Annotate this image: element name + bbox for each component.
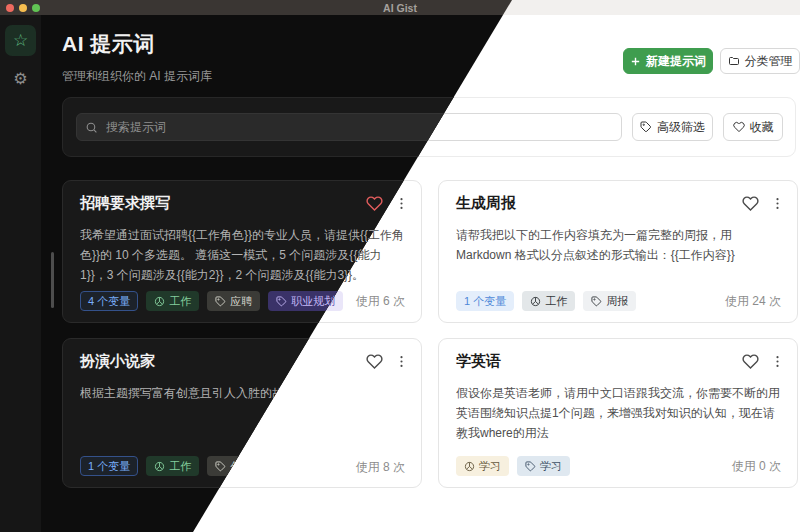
usage-count: 使用 6 次 [356,293,405,310]
card-title: 学英语 [456,352,501,371]
card-tags: 学习学习 [456,456,732,476]
tag-label: 1 个变量 [464,294,506,309]
variable-count-badge[interactable]: 4 个变量 [80,291,138,311]
favorites-filter-button[interactable]: 收藏 [723,113,783,141]
tag-label: 工作 [545,294,567,309]
usage-count: 使用 24 次 [725,293,781,310]
tag-icon [640,121,652,133]
card-title: 扮演小说家 [80,352,155,371]
tag-label: 工作 [169,459,191,474]
heart-icon[interactable] [742,353,759,374]
card-body: 请帮我把以下的工作内容填充为一篇完整的周报，用 Markdown 格式以分点叙述… [456,225,781,265]
plus-icon [630,56,641,67]
tag-chip[interactable]: 工作 [146,456,199,476]
tag-icon [215,296,226,307]
tag-label: 1 个变量 [88,459,130,474]
gear-icon: ⚙ [13,71,27,87]
card-title: 招聘要求撰写 [80,194,170,213]
variable-count-badge[interactable]: 1 个变量 [80,456,138,476]
more-menu-icon[interactable] [394,196,409,215]
usage-count: 使用 0 次 [732,458,781,475]
card-actions [742,195,785,216]
window-controls[interactable] [0,0,40,15]
card-tags: 4 个变量工作应聘职业规划 [80,291,356,311]
new-prompt-button[interactable]: 新建提示词 [623,48,713,74]
prompt-card[interactable]: 学英语假设你是英语老师，请用中文口语跟我交流，你需要不断的用英语围绕知识点提1个… [438,338,798,488]
tag-icon [215,461,226,472]
advanced-filter-button[interactable]: 高级筛选 [632,113,713,141]
card-body: 假设你是英语老师，请用中文口语跟我交流，你需要不断的用英语围绕知识点提1个问题，… [456,383,781,443]
category-icon [530,296,541,307]
tag-chip[interactable]: 工作 [522,291,575,311]
tag-icon [276,296,287,307]
category-icon [464,461,475,472]
card-footer: 1 个变量工作周报使用 24 次 [456,291,781,311]
star-icon: ☆ [13,32,28,49]
tag-chip[interactable]: 应聘 [207,291,260,311]
more-menu-icon[interactable] [394,354,409,373]
window-title: AI Gist [383,2,417,14]
sidebar-item-settings[interactable]: ⚙ [5,63,36,94]
scrollbar-thumb[interactable] [51,252,54,308]
folder-icon [728,55,740,67]
heart-icon[interactable] [742,195,759,216]
minimize-window-button[interactable] [19,4,27,12]
tag-icon [525,461,536,472]
tag-chip[interactable]: 学习 [517,456,570,476]
tag-icon [591,296,602,307]
category-manage-button[interactable]: 分类管理 [720,48,800,74]
tag-label: 工作 [169,294,191,309]
variable-count-badge[interactable]: 1 个变量 [456,291,514,311]
category-icon [154,461,165,472]
prompt-card[interactable]: 生成周报请帮我把以下的工作内容填充为一篇完整的周报，用 Markdown 格式以… [438,180,798,323]
tag-label: 学习 [479,459,501,474]
page-title: AI 提示词 [62,30,155,58]
category-icon [154,296,165,307]
tag-label: 周报 [606,294,628,309]
tag-label: 学习 [540,459,562,474]
card-footer: 学习学习使用 0 次 [456,456,781,476]
search-icon [85,121,98,134]
sidebar: ☆ ⚙ [0,15,42,532]
card-actions [366,353,409,374]
heart-icon[interactable] [366,353,383,374]
heart-icon[interactable] [366,195,383,216]
card-title: 生成周报 [456,194,516,213]
zoom-window-button[interactable] [32,4,40,12]
card-actions [742,353,785,374]
tag-chip[interactable]: 周报 [583,291,636,311]
more-menu-icon[interactable] [770,354,785,373]
card-tags: 1 个变量工作周报 [456,291,725,311]
tag-chip[interactable]: 学习 [456,456,509,476]
more-menu-icon[interactable] [770,196,785,215]
sidebar-item-favorites[interactable]: ☆ [5,25,36,56]
tag-label: 4 个变量 [88,294,130,309]
usage-count: 使用 8 次 [356,459,405,476]
tag-chip[interactable]: 工作 [146,291,199,311]
page-subtitle: 管理和组织你的 AI 提示词库 [62,68,212,85]
close-window-button[interactable] [6,4,14,12]
heart-icon [733,121,745,133]
tag-label: 应聘 [230,294,252,309]
